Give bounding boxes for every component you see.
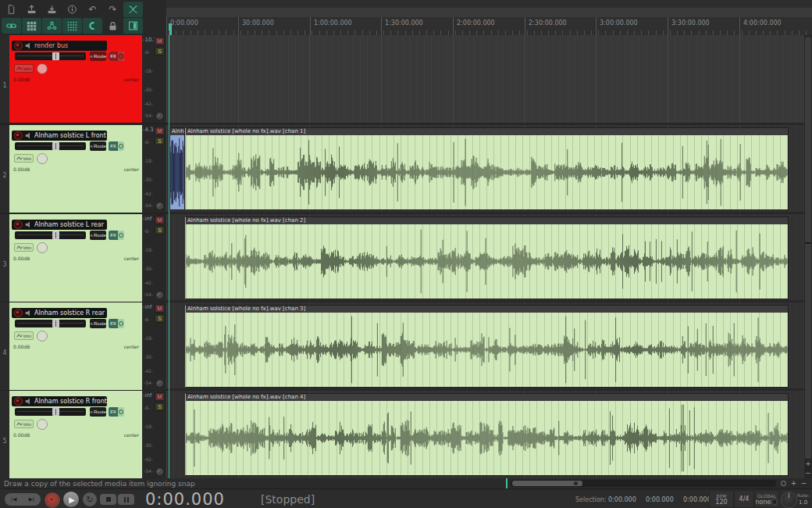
play-button[interactable]: ▶ (62, 491, 80, 508)
grid-squares-icon[interactable] (22, 18, 41, 34)
pan-knob[interactable] (37, 242, 48, 253)
docker-icon[interactable] (123, 18, 143, 34)
mute-button[interactable]: M (155, 392, 165, 401)
volume-slider-thumb[interactable] (52, 320, 59, 327)
track-5-name-box[interactable]: Alnham solstice R front (12, 396, 107, 406)
route-button[interactable]: Route (90, 407, 106, 417)
track-5-number[interactable]: 5 (0, 391, 9, 478)
horizontal-zoom-out-button[interactable]: − (800, 479, 808, 488)
timeline-ruler[interactable]: 0:00.000 30:00.000 1:00:00.000 1:30:00.0… (166, 17, 812, 36)
fx-button[interactable]: FX (109, 231, 124, 240)
volume-slider-thumb[interactable] (52, 408, 59, 416)
track-3-name-box[interactable]: Alnham solstice L rear (12, 220, 107, 230)
go-to-end-button[interactable]: ▶| (23, 493, 41, 506)
transport-time-display[interactable]: 0:00.000 (145, 490, 225, 508)
track-2-number[interactable]: 2 (0, 125, 9, 213)
time-signature-value[interactable]: 4/4 (739, 495, 750, 503)
pan-knob[interactable] (37, 63, 48, 74)
stop-button[interactable] (100, 494, 116, 505)
media-item-chan1[interactable]: Alnham solstice [whole no fx].wav [chan … (185, 127, 789, 210)
media-item-chan2[interactable]: Alnham solstice [whole no fx].wav [chan … (185, 216, 789, 299)
selection-end[interactable]: 0:00.000 (646, 496, 674, 503)
mute-button[interactable]: M (155, 216, 165, 224)
meter-knob[interactable] (155, 112, 164, 120)
trim-button[interactable]: trim (14, 420, 34, 428)
bpm-box[interactable]: BPM 120 (709, 490, 734, 508)
horizontal-scrollbar-thumb[interactable] (512, 481, 582, 486)
record-button[interactable] (44, 492, 61, 508)
scroll-options-icon[interactable] (779, 479, 788, 488)
vertical-scrollbar[interactable]: + − (804, 35, 812, 478)
route-button[interactable]: Route (90, 141, 106, 151)
global-automation-box[interactable]: GLOBAL none (754, 490, 779, 508)
undo-icon[interactable]: ↶ (83, 2, 102, 17)
meter-knob[interactable] (155, 467, 164, 476)
track-4-number[interactable]: 4 (0, 302, 9, 390)
horizontal-zoom-in-button[interactable]: + (789, 479, 798, 488)
selection-length[interactable]: 0:00.000 (683, 496, 711, 503)
ripple-edit-icon[interactable] (42, 18, 62, 34)
pause-button[interactable] (118, 494, 134, 505)
bpm-value[interactable]: 120 (715, 499, 727, 506)
trim-button[interactable]: trim (14, 243, 34, 252)
vertical-zoom-in-button[interactable]: + (804, 460, 812, 468)
volume-slider[interactable] (15, 52, 86, 60)
media-item-blue[interactable]: Alnhar (169, 127, 185, 210)
track-name[interactable]: Alnham solstice L rear (34, 221, 104, 228)
repeat-button[interactable]: ↻ (83, 492, 97, 506)
new-project-icon[interactable] (2, 2, 21, 17)
volume-slider[interactable] (15, 320, 86, 327)
track-name[interactable]: Alnham solstice R rear (34, 309, 105, 317)
record-arm-icon[interactable] (14, 131, 23, 140)
track-4-name-box[interactable]: Alnham solstice R rear (12, 308, 107, 318)
route-button[interactable]: Route (90, 319, 106, 328)
rate-value[interactable]: 1.0 (799, 499, 807, 506)
global-automation-value[interactable]: none (756, 499, 771, 506)
playback-status[interactable]: [Stopped] (261, 493, 315, 506)
volume-slider-thumb[interactable] (52, 52, 59, 60)
meter-knob[interactable] (155, 202, 164, 210)
record-arm-icon[interactable] (14, 41, 23, 50)
pan-knob[interactable] (37, 331, 48, 342)
lane-render-bus[interactable] (166, 35, 804, 123)
track-3-number[interactable]: 3 (0, 214, 9, 302)
open-project-icon[interactable] (22, 2, 41, 17)
volume-slider-thumb[interactable] (52, 142, 59, 150)
record-arm-icon[interactable] (14, 220, 23, 229)
track-1-number[interactable]: 1 (0, 35, 9, 123)
meter-knob[interactable] (155, 291, 164, 299)
time-signature-box[interactable]: 4/4 (734, 490, 754, 508)
crossfade-icon[interactable] (123, 2, 143, 17)
mute-button[interactable]: M (155, 304, 165, 313)
solo-button[interactable]: S (155, 137, 165, 145)
playrate-knob[interactable] (781, 492, 797, 508)
volume-slider[interactable] (15, 408, 86, 416)
redo-icon[interactable]: ↷ (103, 2, 123, 17)
fx-button[interactable]: FX (109, 52, 124, 61)
track-name[interactable]: render bus (34, 42, 68, 49)
volume-slider[interactable] (15, 231, 86, 239)
save-project-icon[interactable] (42, 2, 62, 17)
project-info-icon[interactable] (62, 2, 82, 17)
record-arm-icon[interactable] (14, 397, 23, 406)
fx-button[interactable]: FX (109, 319, 124, 328)
media-item-chan4[interactable]: Alnham solstice [whole no fx].wav [chan … (185, 393, 789, 476)
volume-slider-thumb[interactable] (52, 231, 59, 239)
fx-button[interactable]: FX (109, 141, 124, 151)
mute-button[interactable]: M (155, 37, 165, 45)
media-item-chan3[interactable]: Alnham solstice [whole no fx].wav [chan … (185, 305, 789, 388)
track-1-name-box[interactable]: render bus (12, 41, 107, 51)
pan-knob[interactable] (37, 419, 48, 430)
edit-cursor-marker[interactable] (169, 23, 172, 35)
snap-icon[interactable] (83, 18, 102, 34)
vertical-zoom-out-button[interactable]: − (804, 469, 812, 478)
track-name[interactable]: Alnham solstice R front (34, 398, 107, 405)
go-to-start-button[interactable]: |◀ (5, 493, 23, 506)
horizontal-scrollbar[interactable] (511, 480, 776, 487)
mute-button[interactable]: M (155, 127, 165, 135)
link-icon[interactable] (2, 18, 21, 34)
arrange-view[interactable]: Alnhar Alnham solstice [whole no fx].wav… (166, 35, 804, 478)
fx-button[interactable]: FX (109, 407, 124, 417)
route-button[interactable]: Route (90, 231, 106, 240)
trim-button[interactable]: trim (14, 64, 34, 73)
